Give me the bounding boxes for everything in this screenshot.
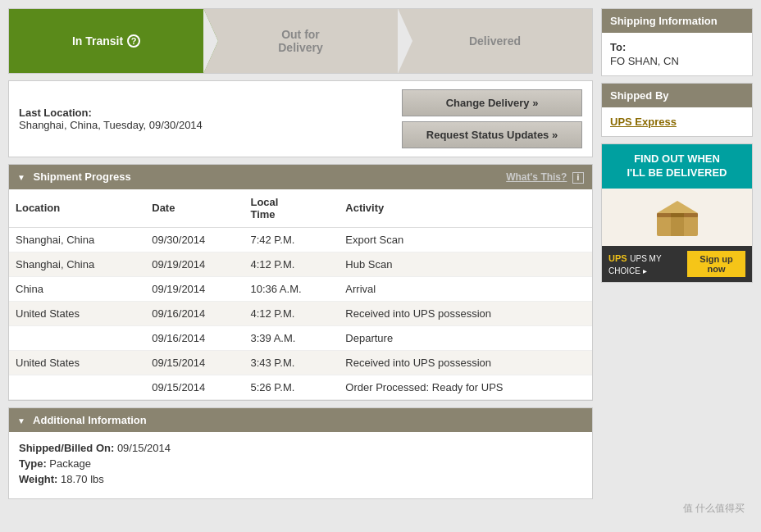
- shipped-by-header: Shipped By: [602, 84, 752, 107]
- cell-activity: Hub Scan: [339, 252, 592, 276]
- ups-choice-ad: FIND OUT WHEN I'LL BE DELIVERED UPS UPS …: [601, 143, 753, 283]
- table-row: Shanghai, China09/30/20147:42 P.M.Export…: [9, 227, 592, 252]
- additional-collapse-triangle[interactable]: ▼: [17, 416, 25, 425]
- shipment-progress-header: ▼ Shipment Progress What's This? i: [9, 165, 592, 189]
- info-value: Package: [49, 457, 91, 470]
- table-row: 09/15/20145:26 P.M.Order Processed: Read…: [9, 375, 592, 399]
- cell-date: 09/15/2014: [145, 350, 244, 375]
- cell-date: 09/30/2014: [145, 227, 244, 252]
- cell-date: 09/16/2014: [145, 301, 244, 325]
- cell-time: 3:39 A.M.: [244, 325, 339, 350]
- col-date: Date: [145, 189, 244, 228]
- step-delivered: Delivered: [398, 9, 592, 73]
- last-location-label: Last Location:: [19, 107, 394, 119]
- ad-bottom: UPS UPS MY CHOICE ▸ Sign up now: [602, 246, 752, 282]
- cell-location: United States: [9, 301, 145, 325]
- cell-date: 09/19/2014: [145, 276, 244, 301]
- cell-location: United States: [9, 350, 145, 375]
- col-activity: Activity: [339, 189, 592, 228]
- sidebar: Shipping Information To: FO SHAN, CN Shi…: [601, 8, 753, 499]
- cell-location: [9, 325, 145, 350]
- ad-top-text: FIND OUT WHEN I'LL BE DELIVERED: [602, 144, 752, 189]
- cell-time: 10:36 A.M.: [244, 276, 339, 301]
- step-out-for-delivery-label: Out for Delivery: [278, 28, 322, 54]
- status-bar: In Transit ? Out for Delivery Delivered: [8, 8, 593, 74]
- additional-info-panel: ▼ Additional Information Shipped/Billed …: [8, 407, 593, 499]
- cell-activity: Export Scan: [339, 227, 592, 252]
- shipment-progress-title: Shipment Progress: [34, 171, 131, 183]
- info-value: 18.70 lbs: [61, 473, 104, 485]
- cell-time: 7:42 P.M.: [244, 227, 339, 252]
- watermark: 值 什么值得买: [683, 502, 745, 507]
- location-info-row: Last Location: Shanghai, China, Tuesday,…: [8, 80, 593, 157]
- cell-date: 09/19/2014: [145, 252, 244, 276]
- package-icon: [653, 197, 702, 238]
- to-value: FO SHAN, CN: [610, 55, 744, 67]
- cell-time: 4:12 P.M.: [244, 301, 339, 325]
- svg-rect-4: [671, 213, 684, 217]
- shipment-table: Location Date Local Time Activity Shangh…: [9, 189, 592, 400]
- table-row: 09/16/20143:39 A.M.Departure: [9, 325, 592, 350]
- cell-date: 09/15/2014: [145, 375, 244, 399]
- info-item: Type: Package: [19, 457, 582, 470]
- cell-date: 09/16/2014: [145, 325, 244, 350]
- last-location: Last Location: Shanghai, China, Tuesday,…: [19, 107, 394, 131]
- cell-time: 4:12 P.M.: [244, 252, 339, 276]
- table-row: United States09/16/20144:12 P.M.Received…: [9, 301, 592, 325]
- cell-activity: Received into UPS possession: [339, 350, 592, 375]
- signup-button[interactable]: Sign up now: [687, 251, 745, 277]
- shipped-by-content: UPS Express: [602, 107, 752, 136]
- to-label: To:: [610, 41, 744, 53]
- cell-activity: Order Processed: Ready for UPS: [339, 375, 592, 399]
- request-status-button[interactable]: Request Status Updates »: [402, 121, 582, 148]
- shipping-info-box: Shipping Information To: FO SHAN, CN: [601, 8, 753, 76]
- carrier-link[interactable]: UPS Express: [610, 116, 677, 128]
- step-out-for-delivery: Out for Delivery: [203, 9, 398, 73]
- cell-activity: Arrival: [339, 276, 592, 301]
- shipment-progress-panel: ▼ Shipment Progress What's This? i Locat…: [8, 164, 593, 401]
- help-icon[interactable]: ?: [127, 34, 140, 48]
- info-label: Shipped/Billed On:: [19, 442, 117, 454]
- whats-this-icon: i: [572, 172, 584, 184]
- info-item: Weight: 18.70 lbs: [19, 473, 582, 485]
- info-label: Type:: [19, 457, 49, 470]
- col-time: Local Time: [244, 189, 339, 228]
- ad-middle: [602, 189, 752, 246]
- info-item: Shipped/Billed On: 09/15/2014: [19, 442, 582, 454]
- cell-location: [9, 375, 145, 399]
- shipping-info-header: Shipping Information: [602, 9, 752, 33]
- shipping-info-content: To: FO SHAN, CN: [602, 33, 752, 75]
- step-in-transit: In Transit ?: [9, 9, 203, 73]
- info-label: Weight:: [19, 473, 61, 485]
- shipped-by-box: Shipped By UPS Express: [601, 83, 753, 137]
- cell-location: China: [9, 276, 145, 301]
- collapse-triangle[interactable]: ▼: [17, 173, 25, 182]
- whats-this-link[interactable]: What's This?: [506, 171, 567, 183]
- cell-time: 3:43 P.M.: [244, 350, 339, 375]
- cell-location: Shanghai, China: [9, 227, 145, 252]
- table-row: Shanghai, China09/19/20144:12 P.M.Hub Sc…: [9, 252, 592, 276]
- cell-time: 5:26 P.M.: [244, 375, 339, 399]
- cell-location: Shanghai, China: [9, 252, 145, 276]
- ups-logo-text: UPS: [608, 253, 627, 263]
- table-row: United States09/15/20143:43 P.M.Received…: [9, 350, 592, 375]
- step-delivered-label: Delivered: [469, 34, 521, 48]
- additional-info-title: Additional Information: [33, 414, 147, 426]
- action-buttons: Change Delivery » Request Status Updates…: [402, 89, 582, 148]
- additional-info-content: Shipped/Billed On: 09/15/2014Type: Packa…: [9, 432, 592, 498]
- svg-marker-2: [657, 201, 698, 213]
- col-location: Location: [9, 189, 145, 228]
- change-delivery-button[interactable]: Change Delivery »: [402, 89, 582, 116]
- cell-activity: Received into UPS possession: [339, 301, 592, 325]
- step-in-transit-label: In Transit: [72, 34, 123, 48]
- last-location-value: Shanghai, China, Tuesday, 09/30/2014: [19, 119, 394, 131]
- info-value: 09/15/2014: [117, 442, 171, 454]
- additional-info-header: ▼ Additional Information: [9, 408, 592, 432]
- table-row: China09/19/201410:36 A.M.Arrival: [9, 276, 592, 301]
- cell-activity: Departure: [339, 325, 592, 350]
